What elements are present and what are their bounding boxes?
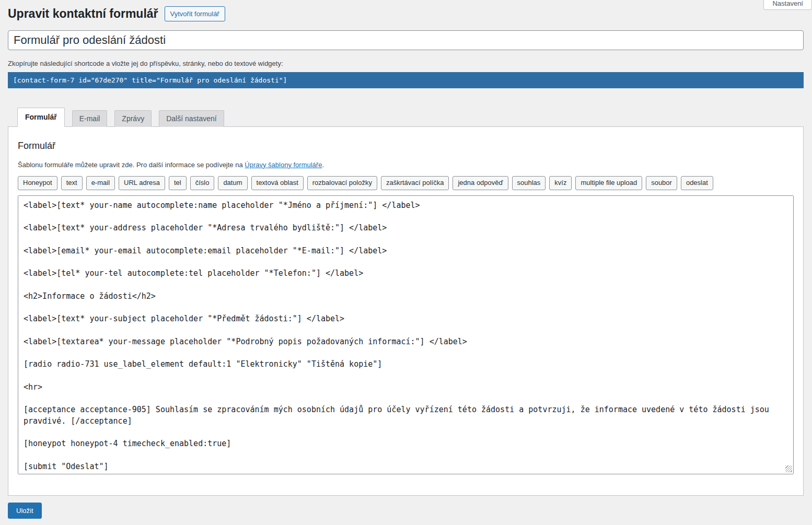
panel-description-period: . bbox=[322, 161, 324, 169]
tag-button-date[interactable]: datum bbox=[218, 176, 247, 190]
editor-tabs: Formulář E-mail Zprávy Další nastavení bbox=[8, 108, 804, 127]
add-new-form-button[interactable]: Vytvořit formulář bbox=[165, 6, 225, 21]
settings-button[interactable]: Nastavení bbox=[763, 0, 812, 10]
tag-button-checkbox[interactable]: zaškrtávací políčka bbox=[381, 176, 449, 190]
tab-form[interactable]: Formulář bbox=[17, 108, 65, 127]
tag-button-number[interactable]: číslo bbox=[190, 176, 215, 190]
shortcode-field[interactable] bbox=[8, 72, 804, 88]
template-docs-link[interactable]: Úpravy šablony formuláře bbox=[245, 161, 322, 169]
tag-button-submit[interactable]: odeslat bbox=[681, 176, 713, 190]
submit-row: Uložit bbox=[8, 503, 804, 519]
tag-button-radio[interactable]: jedna odpověď bbox=[453, 176, 508, 190]
tab-mail[interactable]: E-mail bbox=[72, 110, 108, 127]
tag-button-file[interactable]: soubor bbox=[646, 176, 677, 190]
page-title: Upravit kontaktní formulář bbox=[8, 6, 158, 22]
contact-form-edit-page: Nastavení Upravit kontaktní formulář Vyt… bbox=[0, 0, 812, 525]
tag-button-url[interactable]: URL adresa bbox=[119, 176, 165, 190]
tab-additional-settings[interactable]: Další nastavení bbox=[159, 110, 224, 127]
tag-button-honeypot[interactable]: Honeypot bbox=[18, 176, 57, 190]
page-header: Upravit kontaktní formulář Vytvořit form… bbox=[8, 6, 804, 22]
tag-generator-buttons: Honeypot text e-mail URL adresa tel čísl… bbox=[18, 176, 794, 190]
tag-button-quiz[interactable]: kvíz bbox=[549, 176, 572, 190]
resize-handle[interactable] bbox=[785, 465, 792, 472]
panel-description-text: Šablonu formuláře můžete upravit zde. Pr… bbox=[18, 161, 245, 169]
form-title-input[interactable] bbox=[8, 30, 804, 50]
tag-button-select[interactable]: rozbalovací položky bbox=[307, 176, 377, 190]
tag-button-email[interactable]: e-mail bbox=[86, 176, 115, 190]
tag-button-tel[interactable]: tel bbox=[169, 176, 187, 190]
save-button[interactable]: Uložit bbox=[8, 503, 42, 519]
tag-button-textarea[interactable]: textová oblast bbox=[251, 176, 304, 190]
panel-heading: Formulář bbox=[18, 141, 794, 151]
tab-messages[interactable]: Zprávy bbox=[114, 110, 152, 127]
form-editor-panel: Formulář Šablonu formuláře můžete upravi… bbox=[8, 126, 804, 496]
panel-description: Šablonu formuláře můžete upravit zde. Pr… bbox=[18, 161, 794, 169]
tag-button-text[interactable]: text bbox=[61, 176, 83, 190]
tag-button-multiple-file-upload[interactable]: multiple file upload bbox=[575, 176, 642, 190]
form-template-editor[interactable]: <label>[text* your-name autocomplete:nam… bbox=[18, 195, 794, 474]
tag-button-acceptance[interactable]: souhlas bbox=[512, 176, 546, 190]
shortcode-hint-text: Zkopírujte následující shortcode a vložt… bbox=[8, 60, 804, 67]
form-template-wrap: <label>[text* your-name autocomplete:nam… bbox=[18, 195, 794, 474]
